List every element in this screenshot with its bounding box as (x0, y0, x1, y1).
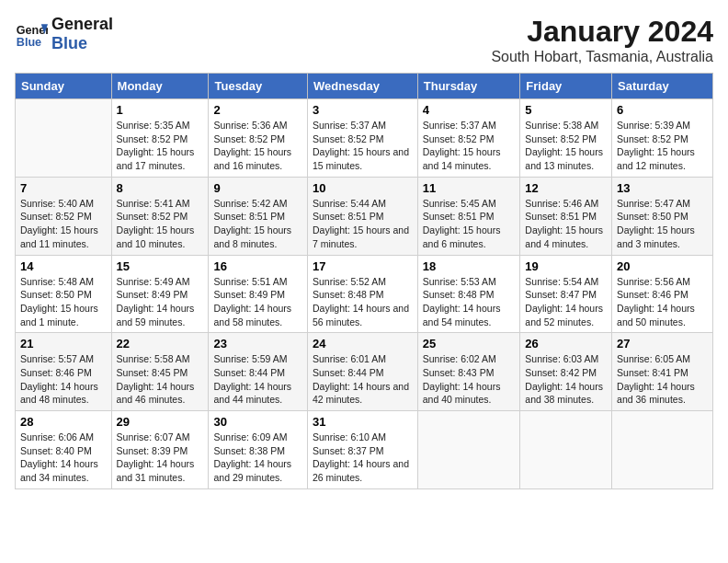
cell-info: Sunrise: 5:52 AMSunset: 8:48 PMDaylight:… (313, 275, 413, 329)
cell-info: Sunrise: 6:02 AMSunset: 8:43 PMDaylight:… (423, 352, 516, 407)
cell-info: Sunrise: 5:37 AMSunset: 8:52 PMDaylight:… (313, 119, 413, 173)
svg-text:Blue: Blue (17, 36, 41, 49)
cell-info: Sunrise: 6:07 AMSunset: 8:39 PMDaylight:… (117, 431, 204, 485)
column-header-friday: Friday (520, 74, 612, 99)
calendar-cell (612, 411, 713, 489)
calendar-cell (417, 411, 520, 489)
calendar-cell: 26Sunrise: 6:03 AMSunset: 8:42 PMDayligh… (520, 333, 612, 411)
day-number: 3 (313, 103, 413, 117)
cell-info: Sunrise: 5:53 AMSunset: 8:48 PMDaylight:… (423, 275, 516, 329)
day-number: 23 (213, 337, 302, 350)
week-row: 1Sunrise: 5:35 AMSunset: 8:52 PMDaylight… (16, 99, 713, 178)
calendar-cell: 19Sunrise: 5:54 AMSunset: 8:47 PMDayligh… (520, 255, 612, 333)
calendar-cell: 24Sunrise: 6:01 AMSunset: 8:44 PMDayligh… (307, 333, 417, 411)
cell-info: Sunrise: 5:46 AMSunset: 8:51 PMDaylight:… (525, 197, 607, 251)
calendar-cell: 2Sunrise: 5:36 AMSunset: 8:52 PMDaylight… (209, 99, 308, 178)
calendar-cell: 27Sunrise: 6:05 AMSunset: 8:41 PMDayligh… (612, 333, 713, 411)
header-row: SundayMondayTuesdayWednesdayThursdayFrid… (16, 74, 713, 99)
day-number: 26 (525, 337, 607, 350)
day-number: 1 (117, 103, 204, 117)
day-number: 22 (117, 337, 204, 350)
calendar-table: SundayMondayTuesdayWednesdayThursdayFrid… (15, 73, 713, 489)
logo-blue: Blue (51, 34, 113, 53)
cell-info: Sunrise: 5:41 AMSunset: 8:52 PMDaylight:… (117, 197, 204, 251)
cell-info: Sunrise: 6:01 AMSunset: 8:44 PMDaylight:… (313, 352, 413, 407)
cell-info: Sunrise: 5:58 AMSunset: 8:45 PMDaylight:… (117, 352, 204, 407)
calendar-cell: 25Sunrise: 6:02 AMSunset: 8:43 PMDayligh… (417, 333, 520, 411)
cell-info: Sunrise: 5:35 AMSunset: 8:52 PMDaylight:… (117, 119, 204, 173)
calendar-cell: 29Sunrise: 6:07 AMSunset: 8:39 PMDayligh… (111, 411, 209, 489)
calendar-cell: 8Sunrise: 5:41 AMSunset: 8:52 PMDaylight… (111, 177, 209, 255)
day-number: 16 (213, 259, 302, 273)
column-header-tuesday: Tuesday (209, 74, 308, 99)
day-number: 13 (617, 181, 708, 195)
cell-info: Sunrise: 5:54 AMSunset: 8:47 PMDaylight:… (525, 275, 607, 329)
week-row: 7Sunrise: 5:40 AMSunset: 8:52 PMDaylight… (16, 177, 713, 255)
calendar-cell: 12Sunrise: 5:46 AMSunset: 8:51 PMDayligh… (520, 177, 612, 255)
calendar-cell (16, 99, 112, 178)
calendar-cell: 13Sunrise: 5:47 AMSunset: 8:50 PMDayligh… (612, 177, 713, 255)
day-number: 14 (20, 259, 107, 273)
logo: General Blue General Blue (15, 15, 113, 53)
cell-info: Sunrise: 6:10 AMSunset: 8:37 PMDaylight:… (313, 431, 413, 485)
calendar-cell: 15Sunrise: 5:49 AMSunset: 8:49 PMDayligh… (111, 255, 209, 333)
day-number: 4 (423, 103, 516, 117)
day-number: 6 (617, 103, 708, 117)
calendar-cell: 18Sunrise: 5:53 AMSunset: 8:48 PMDayligh… (417, 255, 520, 333)
day-number: 30 (213, 415, 302, 429)
column-header-monday: Monday (111, 74, 209, 99)
logo-icon: General Blue (15, 17, 48, 51)
calendar-cell: 17Sunrise: 5:52 AMSunset: 8:48 PMDayligh… (307, 255, 417, 333)
cell-info: Sunrise: 5:49 AMSunset: 8:49 PMDaylight:… (117, 275, 204, 329)
cell-info: Sunrise: 5:59 AMSunset: 8:44 PMDaylight:… (213, 352, 302, 407)
calendar-cell: 9Sunrise: 5:42 AMSunset: 8:51 PMDaylight… (209, 177, 308, 255)
day-number: 24 (313, 337, 413, 350)
cell-info: Sunrise: 5:40 AMSunset: 8:52 PMDaylight:… (20, 197, 107, 251)
cell-info: Sunrise: 5:48 AMSunset: 8:50 PMDaylight:… (20, 275, 107, 329)
week-row: 28Sunrise: 6:06 AMSunset: 8:40 PMDayligh… (16, 411, 713, 489)
week-row: 14Sunrise: 5:48 AMSunset: 8:50 PMDayligh… (16, 255, 713, 333)
day-number: 28 (20, 415, 107, 429)
day-number: 8 (117, 181, 204, 195)
cell-info: Sunrise: 5:37 AMSunset: 8:52 PMDaylight:… (423, 119, 516, 173)
cell-info: Sunrise: 5:45 AMSunset: 8:51 PMDaylight:… (423, 197, 516, 251)
day-number: 11 (423, 181, 516, 195)
cell-info: Sunrise: 5:56 AMSunset: 8:46 PMDaylight:… (617, 275, 708, 329)
calendar-cell: 7Sunrise: 5:40 AMSunset: 8:52 PMDaylight… (16, 177, 112, 255)
calendar-cell: 4Sunrise: 5:37 AMSunset: 8:52 PMDaylight… (417, 99, 520, 178)
calendar-cell: 20Sunrise: 5:56 AMSunset: 8:46 PMDayligh… (612, 255, 713, 333)
cell-info: Sunrise: 5:36 AMSunset: 8:52 PMDaylight:… (213, 119, 302, 173)
calendar-cell: 16Sunrise: 5:51 AMSunset: 8:49 PMDayligh… (209, 255, 308, 333)
calendar-cell: 14Sunrise: 5:48 AMSunset: 8:50 PMDayligh… (16, 255, 112, 333)
calendar-cell: 23Sunrise: 5:59 AMSunset: 8:44 PMDayligh… (209, 333, 308, 411)
calendar-cell: 30Sunrise: 6:09 AMSunset: 8:38 PMDayligh… (209, 411, 308, 489)
day-number: 10 (313, 181, 413, 195)
day-number: 15 (117, 259, 204, 273)
calendar-cell: 1Sunrise: 5:35 AMSunset: 8:52 PMDaylight… (111, 99, 209, 178)
calendar-cell: 11Sunrise: 5:45 AMSunset: 8:51 PMDayligh… (417, 177, 520, 255)
calendar-cell (520, 411, 612, 489)
cell-info: Sunrise: 6:09 AMSunset: 8:38 PMDaylight:… (213, 431, 302, 485)
column-header-saturday: Saturday (612, 74, 713, 99)
calendar-cell: 22Sunrise: 5:58 AMSunset: 8:45 PMDayligh… (111, 333, 209, 411)
day-number: 27 (617, 337, 708, 350)
day-number: 29 (117, 415, 204, 429)
day-number: 7 (20, 181, 107, 195)
day-number: 2 (213, 103, 302, 117)
title-block: January 2024 South Hobart, Tasmania, Aus… (491, 15, 713, 65)
cell-info: Sunrise: 5:42 AMSunset: 8:51 PMDaylight:… (213, 197, 302, 251)
cell-info: Sunrise: 6:06 AMSunset: 8:40 PMDaylight:… (20, 431, 107, 485)
subtitle: South Hobart, Tasmania, Australia (491, 49, 713, 65)
calendar-cell: 3Sunrise: 5:37 AMSunset: 8:52 PMDaylight… (307, 99, 417, 178)
calendar-cell: 10Sunrise: 5:44 AMSunset: 8:51 PMDayligh… (307, 177, 417, 255)
cell-info: Sunrise: 5:44 AMSunset: 8:51 PMDaylight:… (313, 197, 413, 251)
column-header-thursday: Thursday (417, 74, 520, 99)
day-number: 17 (313, 259, 413, 273)
column-header-wednesday: Wednesday (307, 74, 417, 99)
day-number: 18 (423, 259, 516, 273)
cell-info: Sunrise: 5:47 AMSunset: 8:50 PMDaylight:… (617, 197, 708, 251)
day-number: 31 (313, 415, 413, 429)
calendar-cell: 5Sunrise: 5:38 AMSunset: 8:52 PMDaylight… (520, 99, 612, 178)
cell-info: Sunrise: 6:05 AMSunset: 8:41 PMDaylight:… (617, 352, 708, 407)
main-title: January 2024 (491, 15, 713, 49)
